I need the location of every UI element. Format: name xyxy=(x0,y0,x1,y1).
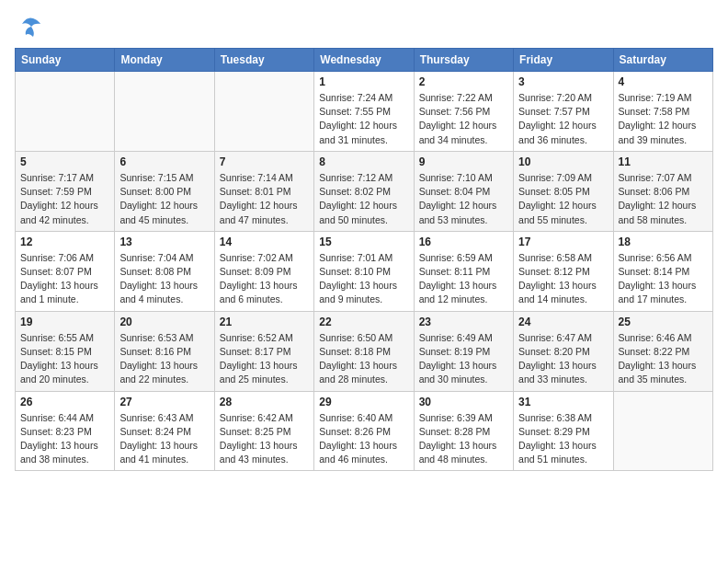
day-number: 9 xyxy=(419,155,508,168)
day-info: Sunrise: 6:43 AMSunset: 8:24 PMDaylight:… xyxy=(119,411,209,467)
column-header-sunday: Sunday xyxy=(16,49,115,72)
day-number: 12 xyxy=(20,236,109,248)
day-number: 1 xyxy=(319,75,408,88)
calendar-cell: 26Sunrise: 6:44 AMSunset: 8:23 PMDayligh… xyxy=(16,391,115,471)
day-info: Sunrise: 6:56 AMSunset: 8:14 PMDaylight:… xyxy=(619,251,708,307)
calendar-cell: 6Sunrise: 7:15 AMSunset: 8:00 PMDaylight… xyxy=(115,151,214,231)
calendar-cell: 23Sunrise: 6:49 AMSunset: 8:19 PMDayligh… xyxy=(414,311,513,391)
day-info: Sunrise: 7:06 AMSunset: 8:07 PMDaylight:… xyxy=(20,251,109,307)
column-header-monday: Monday xyxy=(115,49,214,72)
calendar-cell xyxy=(115,72,214,152)
day-info: Sunrise: 6:49 AMSunset: 8:19 PMDaylight:… xyxy=(419,331,508,387)
calendar-cell: 1Sunrise: 7:24 AMSunset: 7:55 PMDaylight… xyxy=(314,72,414,152)
calendar-cell: 17Sunrise: 6:58 AMSunset: 8:12 PMDayligh… xyxy=(514,231,613,311)
column-header-thursday: Thursday xyxy=(414,49,513,72)
day-info: Sunrise: 6:44 AMSunset: 8:23 PMDaylight:… xyxy=(20,411,109,467)
calendar-cell: 30Sunrise: 6:39 AMSunset: 8:28 PMDayligh… xyxy=(414,391,513,471)
day-info: Sunrise: 6:39 AMSunset: 8:28 PMDaylight:… xyxy=(419,411,508,467)
calendar-cell: 28Sunrise: 6:42 AMSunset: 8:25 PMDayligh… xyxy=(214,391,313,471)
day-info: Sunrise: 7:20 AMSunset: 7:57 PMDaylight:… xyxy=(518,91,608,147)
calendar-cell: 18Sunrise: 6:56 AMSunset: 8:14 PMDayligh… xyxy=(613,231,712,311)
day-number: 22 xyxy=(319,316,408,328)
day-info: Sunrise: 7:19 AMSunset: 7:58 PMDaylight:… xyxy=(619,91,708,147)
day-info: Sunrise: 7:17 AMSunset: 7:59 PMDaylight:… xyxy=(20,171,109,227)
calendar-cell: 8Sunrise: 7:12 AMSunset: 8:02 PMDaylight… xyxy=(314,151,414,231)
calendar-table: SundayMondayTuesdayWednesdayThursdayFrid… xyxy=(15,48,713,471)
calendar-cell xyxy=(16,72,115,152)
day-info: Sunrise: 7:12 AMSunset: 8:02 PMDaylight:… xyxy=(319,171,408,227)
day-number: 17 xyxy=(518,236,608,248)
calendar-cell: 29Sunrise: 6:40 AMSunset: 8:26 PMDayligh… xyxy=(314,391,414,471)
day-number: 8 xyxy=(319,155,408,168)
day-info: Sunrise: 7:22 AMSunset: 7:56 PMDaylight:… xyxy=(419,91,508,147)
day-number: 10 xyxy=(518,155,608,168)
day-number: 6 xyxy=(119,155,209,168)
day-number: 18 xyxy=(619,236,708,248)
calendar-cell: 25Sunrise: 6:46 AMSunset: 8:22 PMDayligh… xyxy=(613,311,712,391)
day-info: Sunrise: 6:55 AMSunset: 8:15 PMDaylight:… xyxy=(20,331,109,387)
day-number: 16 xyxy=(419,236,508,248)
day-info: Sunrise: 6:53 AMSunset: 8:16 PMDaylight:… xyxy=(119,331,209,387)
day-info: Sunrise: 6:52 AMSunset: 8:17 PMDaylight:… xyxy=(220,331,309,387)
calendar-cell: 19Sunrise: 6:55 AMSunset: 8:15 PMDayligh… xyxy=(16,311,115,391)
calendar-cell: 20Sunrise: 6:53 AMSunset: 8:16 PMDayligh… xyxy=(115,311,214,391)
day-info: Sunrise: 7:07 AMSunset: 8:06 PMDaylight:… xyxy=(619,171,708,227)
calendar-cell: 14Sunrise: 7:02 AMSunset: 8:09 PMDayligh… xyxy=(214,231,313,311)
column-header-wednesday: Wednesday xyxy=(314,49,414,72)
day-info: Sunrise: 7:04 AMSunset: 8:08 PMDaylight:… xyxy=(119,251,209,307)
day-number: 15 xyxy=(319,236,408,248)
day-number: 25 xyxy=(619,316,708,328)
day-info: Sunrise: 7:01 AMSunset: 8:10 PMDaylight:… xyxy=(319,251,408,307)
day-info: Sunrise: 7:02 AMSunset: 8:09 PMDaylight:… xyxy=(220,251,309,307)
day-number: 3 xyxy=(518,75,608,88)
column-header-tuesday: Tuesday xyxy=(214,49,313,72)
day-info: Sunrise: 6:40 AMSunset: 8:26 PMDaylight:… xyxy=(319,411,408,467)
day-info: Sunrise: 6:38 AMSunset: 8:29 PMDaylight:… xyxy=(518,411,608,467)
calendar-cell: 11Sunrise: 7:07 AMSunset: 8:06 PMDayligh… xyxy=(613,151,712,231)
calendar-cell: 7Sunrise: 7:14 AMSunset: 8:01 PMDaylight… xyxy=(214,151,313,231)
calendar-week-row: 12Sunrise: 7:06 AMSunset: 8:07 PMDayligh… xyxy=(16,231,713,311)
calendar-cell: 27Sunrise: 6:43 AMSunset: 8:24 PMDayligh… xyxy=(115,391,214,471)
day-number: 31 xyxy=(518,396,608,408)
day-number: 4 xyxy=(619,75,708,88)
day-info: Sunrise: 6:59 AMSunset: 8:11 PMDaylight:… xyxy=(419,251,508,307)
day-number: 26 xyxy=(20,396,109,408)
calendar-cell: 2Sunrise: 7:22 AMSunset: 7:56 PMDaylight… xyxy=(414,72,513,152)
calendar-cell: 21Sunrise: 6:52 AMSunset: 8:17 PMDayligh… xyxy=(214,311,313,391)
calendar-cell xyxy=(613,391,712,471)
calendar-week-row: 1Sunrise: 7:24 AMSunset: 7:55 PMDaylight… xyxy=(16,72,713,152)
calendar-cell: 31Sunrise: 6:38 AMSunset: 8:29 PMDayligh… xyxy=(514,391,613,471)
day-number: 24 xyxy=(518,316,608,328)
calendar-cell: 16Sunrise: 6:59 AMSunset: 8:11 PMDayligh… xyxy=(414,231,513,311)
page-header xyxy=(15,15,713,40)
day-number: 11 xyxy=(619,155,708,168)
day-number: 30 xyxy=(419,396,508,408)
day-info: Sunrise: 7:15 AMSunset: 8:00 PMDaylight:… xyxy=(119,171,209,227)
day-number: 13 xyxy=(119,236,209,248)
day-info: Sunrise: 6:58 AMSunset: 8:12 PMDaylight:… xyxy=(518,251,608,307)
day-info: Sunrise: 7:09 AMSunset: 8:05 PMDaylight:… xyxy=(518,171,608,227)
day-info: Sunrise: 6:47 AMSunset: 8:20 PMDaylight:… xyxy=(518,331,608,387)
day-number: 19 xyxy=(20,316,109,328)
day-info: Sunrise: 7:14 AMSunset: 8:01 PMDaylight:… xyxy=(220,171,309,227)
calendar-cell: 13Sunrise: 7:04 AMSunset: 8:08 PMDayligh… xyxy=(115,231,214,311)
day-info: Sunrise: 6:46 AMSunset: 8:22 PMDaylight:… xyxy=(619,331,708,387)
day-number: 5 xyxy=(20,155,109,168)
day-info: Sunrise: 7:24 AMSunset: 7:55 PMDaylight:… xyxy=(319,91,408,147)
column-header-friday: Friday xyxy=(514,49,613,72)
day-number: 23 xyxy=(419,316,508,328)
calendar-cell: 5Sunrise: 7:17 AMSunset: 7:59 PMDaylight… xyxy=(16,151,115,231)
calendar-cell: 10Sunrise: 7:09 AMSunset: 8:05 PMDayligh… xyxy=(514,151,613,231)
day-number: 21 xyxy=(220,316,309,328)
logo xyxy=(15,15,46,40)
day-number: 28 xyxy=(220,396,309,408)
calendar-cell: 24Sunrise: 6:47 AMSunset: 8:20 PMDayligh… xyxy=(514,311,613,391)
calendar-header-row: SundayMondayTuesdayWednesdayThursdayFrid… xyxy=(16,49,713,72)
calendar-cell: 9Sunrise: 7:10 AMSunset: 8:04 PMDaylight… xyxy=(414,151,513,231)
day-number: 2 xyxy=(419,75,508,88)
calendar-week-row: 5Sunrise: 7:17 AMSunset: 7:59 PMDaylight… xyxy=(16,151,713,231)
calendar-cell: 22Sunrise: 6:50 AMSunset: 8:18 PMDayligh… xyxy=(314,311,414,391)
day-number: 29 xyxy=(319,396,408,408)
day-number: 7 xyxy=(220,155,309,168)
day-number: 27 xyxy=(119,396,209,408)
